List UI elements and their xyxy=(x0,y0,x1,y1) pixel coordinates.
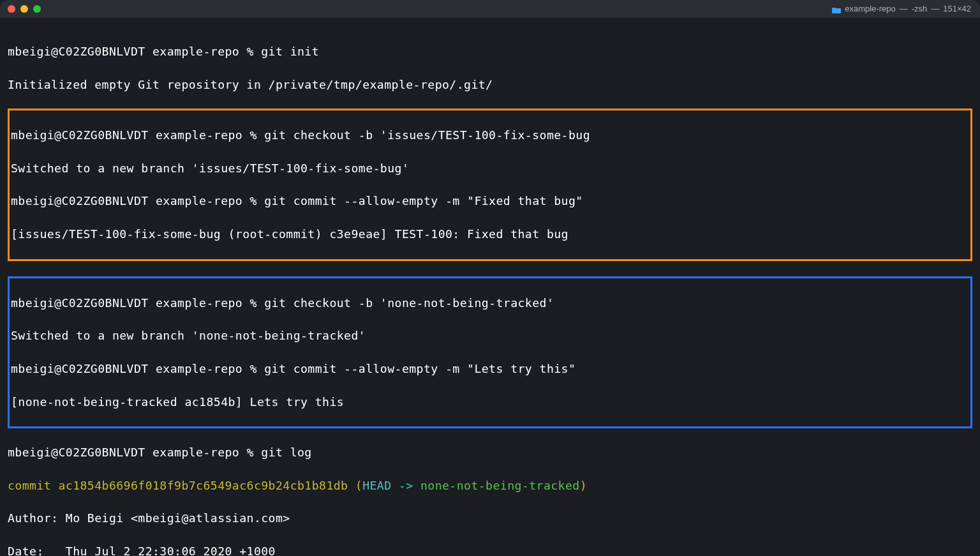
command-text: git log xyxy=(261,446,311,459)
commit-hash: commit ac1854b6696f018f9b7c6549ac6c9b24c… xyxy=(8,479,348,492)
output-text: [issues/TEST-100-fix-some-bug (root-comm… xyxy=(11,227,568,241)
output-text: Initialized empty Git repository in /pri… xyxy=(8,78,493,91)
output-text: Switched to a new branch 'none-not-being… xyxy=(11,329,366,342)
window-title-dims: 151×42 xyxy=(943,3,971,15)
terminal-line: Initialized empty Git repository in /pri… xyxy=(8,77,972,93)
terminal-line: [issues/TEST-100-fix-some-bug (root-comm… xyxy=(11,226,969,243)
terminal-content[interactable]: mbeigi@C02ZG0BNLVDT example-repo % git i… xyxy=(0,18,980,556)
head-ref: HEAD -> xyxy=(362,479,420,492)
maximize-window-button[interactable] xyxy=(33,5,41,13)
terminal-line: Switched to a new branch 'issues/TEST-10… xyxy=(11,160,969,177)
shell-prompt: mbeigi@C02ZG0BNLVDT example-repo % xyxy=(8,45,261,58)
window-title-folder: example-repo xyxy=(845,3,896,15)
terminal-line: mbeigi@C02ZG0BNLVDT example-repo % git c… xyxy=(11,295,969,312)
highlight-box-blue: mbeigi@C02ZG0BNLVDT example-repo % git c… xyxy=(8,276,972,429)
terminal-line: Date: Thu Jul 2 22:30:06 2020 +1000 xyxy=(8,543,972,556)
command-text: git checkout -b 'none-not-being-tracked' xyxy=(264,296,554,310)
folder-icon xyxy=(832,5,841,12)
window-title-shell: -zsh xyxy=(912,3,928,15)
window-titlebar: example-repo — -zsh — 151×42 xyxy=(0,0,980,18)
output-text: [none-not-being-tracked ac1854b] Lets tr… xyxy=(11,395,344,409)
shell-prompt: mbeigi@C02ZG0BNLVDT example-repo % xyxy=(11,128,264,142)
output-text: Switched to a new branch 'issues/TEST-10… xyxy=(11,162,409,175)
terminal-line: [none-not-being-tracked ac1854b] Lets tr… xyxy=(11,394,969,410)
shell-prompt: mbeigi@C02ZG0BNLVDT example-repo % xyxy=(11,296,264,310)
shell-prompt: mbeigi@C02ZG0BNLVDT example-repo % xyxy=(11,362,264,375)
terminal-line: mbeigi@C02ZG0BNLVDT example-repo % git c… xyxy=(11,361,969,377)
command-text: git checkout -b 'issues/TEST-100-fix-som… xyxy=(264,128,590,142)
terminal-line: commit ac1854b6696f018f9b7c6549ac6c9b24c… xyxy=(8,477,972,494)
terminal-line: Switched to a new branch 'none-not-being… xyxy=(11,327,969,344)
terminal-line: mbeigi@C02ZG0BNLVDT example-repo % git l… xyxy=(8,444,972,461)
terminal-line: mbeigi@C02ZG0BNLVDT example-repo % git c… xyxy=(11,193,969,209)
commit-author: Author: Mo Beigi <mbeigi@atlassian.com> xyxy=(8,511,290,525)
terminal-line: mbeigi@C02ZG0BNLVDT example-repo % git i… xyxy=(8,43,972,60)
command-text: git commit --allow-empty -m "Fixed that … xyxy=(264,194,583,207)
command-text: git init xyxy=(261,45,319,58)
close-window-button[interactable] xyxy=(8,5,15,13)
shell-prompt: mbeigi@C02ZG0BNLVDT example-repo % xyxy=(8,446,261,459)
branch-name: none-not-being-tracked xyxy=(420,479,580,492)
commit-date: Date: Thu Jul 2 22:30:06 2020 +1000 xyxy=(8,545,276,556)
window-title: example-repo — -zsh — 151×42 xyxy=(832,3,971,15)
minimize-window-button[interactable] xyxy=(20,5,28,13)
terminal-line: mbeigi@C02ZG0BNLVDT example-repo % git c… xyxy=(11,127,969,144)
terminal-line: Author: Mo Beigi <mbeigi@atlassian.com> xyxy=(8,510,972,527)
shell-prompt: mbeigi@C02ZG0BNLVDT example-repo % xyxy=(11,194,264,207)
highlight-box-orange: mbeigi@C02ZG0BNLVDT example-repo % git c… xyxy=(8,109,972,261)
traffic-lights xyxy=(8,5,41,13)
command-text: git commit --allow-empty -m "Lets try th… xyxy=(264,362,575,375)
